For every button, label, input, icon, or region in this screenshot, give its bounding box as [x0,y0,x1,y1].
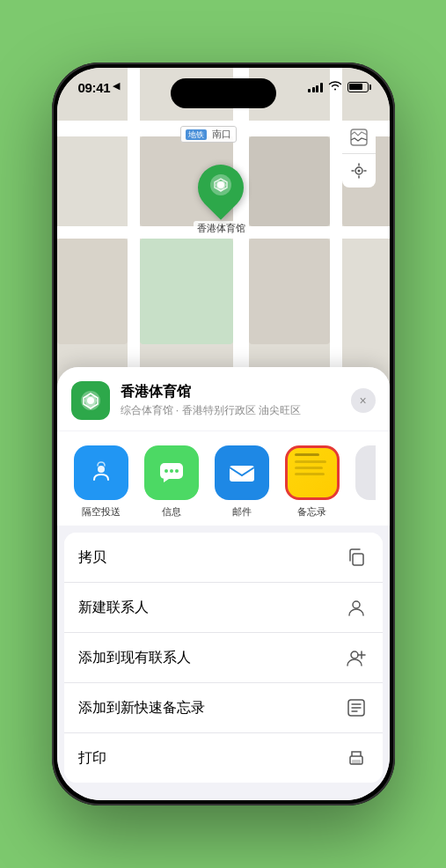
more-icon [355,445,376,500]
location-arrow-icon: ◀ [113,80,120,92]
share-item-notes[interactable]: 备忘录 [282,445,342,519]
place-name: 香港体育馆 [121,383,351,401]
notes-label: 备忘录 [297,505,326,519]
svg-rect-18 [352,760,361,764]
action-new-contact-label: 新建联系人 [78,599,344,617]
notes-icon [285,445,340,500]
person-add-icon [344,645,369,670]
share-row: 隔空投送 信息 [57,431,390,526]
status-right [308,80,369,93]
action-copy[interactable]: 拷贝 [64,533,383,583]
action-new-contact[interactable]: 新建联系人 [64,583,383,633]
svg-point-6 [87,397,94,404]
map-label-nankou: 地铁 南口 [180,126,237,143]
place-subtitle: 综合体育馆 · 香港特别行政区 油尖旺区 [121,403,351,418]
battery-icon [347,82,369,92]
svg-point-15 [351,651,358,658]
message-label: 信息 [162,505,181,519]
svg-rect-12 [230,466,254,482]
copy-icon [344,545,369,570]
location-button[interactable] [342,154,376,188]
svg-point-4 [217,181,224,188]
place-info: 香港体育馆 综合体育馆 · 香港特别行政区 油尖旺区 [121,383,351,418]
svg-rect-13 [353,554,363,565]
action-quick-memo-label: 添加到新快速备忘录 [78,699,344,717]
place-header: 香港体育馆 综合体育馆 · 香港特别行政区 油尖旺区 × [57,367,390,430]
svg-point-2 [357,170,360,173]
person-icon [344,595,369,620]
close-button[interactable]: × [351,388,376,413]
share-items-list: 隔空投送 信息 [71,445,376,519]
print-icon [344,746,369,770]
action-copy-label: 拷贝 [78,548,344,567]
mail-icon [215,445,269,500]
phone-frame: 09:41 ◀ [52,63,395,805]
bottom-sheet: 香港体育馆 综合体育馆 · 香港特别行政区 油尖旺区 × [57,367,390,800]
action-print[interactable]: 打印 [64,733,383,783]
message-icon [144,445,199,500]
mail-label: 邮件 [232,505,252,519]
phone-screen: 09:41 ◀ [57,68,390,800]
place-icon [71,381,110,420]
svg-point-11 [175,469,179,473]
action-list: 拷贝 新建联系人 [64,533,383,783]
location-pin-container: 香港体育馆 [194,165,249,236]
status-time: 09:41 [78,80,111,95]
svg-point-10 [170,469,173,473]
action-print-label: 打印 [78,749,344,768]
airdrop-icon [74,445,128,500]
action-add-existing-label: 添加到现有联系人 [78,649,344,667]
location-pin [188,155,253,220]
signal-bars [308,82,323,92]
wifi-icon [328,80,342,93]
memo-icon [344,695,369,720]
svg-point-9 [165,469,168,473]
map-controls [342,121,376,188]
share-item-mail[interactable]: 邮件 [212,445,272,519]
location-label: 香港体育馆 [194,221,249,236]
action-add-existing-contact[interactable]: 添加到现有联系人 [64,633,383,683]
share-item-message[interactable]: 信息 [142,445,201,519]
share-item-more[interactable]: 推 [353,445,376,519]
dynamic-island [171,78,276,108]
svg-point-14 [353,601,360,608]
svg-rect-0 [351,129,367,145]
share-item-airdrop[interactable]: 隔空投送 [71,445,131,519]
airdrop-label: 隔空投送 [82,505,121,519]
map-type-button[interactable] [342,121,376,154]
action-add-quick-memo[interactable]: 添加到新快速备忘录 [64,683,383,733]
svg-point-7 [98,466,105,473]
